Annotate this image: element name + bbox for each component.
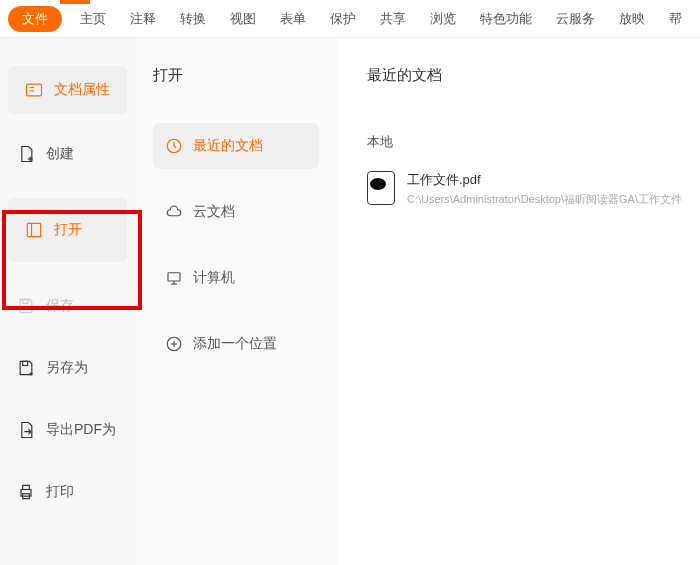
- tab-file[interactable]: 文件: [8, 6, 62, 32]
- menubar: 文件 主页 注释 转换 视图 表单 保护 共享 浏览 特色功能 云服务 放映 帮: [0, 0, 700, 38]
- open-panel-title: 打开: [153, 66, 319, 85]
- open-option-label: 计算机: [193, 269, 235, 287]
- recent-file-item[interactable]: 工作文件.pdf C:\Users\Administrator\Desktop\…: [367, 171, 682, 207]
- plus-icon: [165, 335, 183, 353]
- print-icon: [16, 482, 36, 502]
- tab-features[interactable]: 特色功能: [474, 6, 538, 32]
- tab-cloud[interactable]: 云服务: [550, 6, 601, 32]
- clock-icon: [165, 137, 183, 155]
- tab-help[interactable]: 帮: [663, 6, 688, 32]
- recent-heading: 最近的文档: [367, 66, 682, 85]
- open-option-cloud[interactable]: 云文档: [153, 189, 319, 235]
- properties-icon: [24, 80, 44, 100]
- sidebar-item-saveas[interactable]: 另存为: [0, 344, 135, 392]
- open-option-label: 添加一个位置: [193, 335, 277, 353]
- computer-icon: [165, 269, 183, 287]
- open-option-label: 云文档: [193, 203, 235, 221]
- file-meta: 工作文件.pdf C:\Users\Administrator\Desktop\…: [407, 171, 682, 207]
- sidebar-item-export[interactable]: 导出PDF为: [0, 406, 135, 454]
- cloud-icon: [165, 203, 183, 221]
- open-option-label: 最近的文档: [193, 137, 263, 155]
- sidebar-item-label: 文档属性: [54, 81, 110, 99]
- open-icon: [24, 220, 44, 240]
- open-option-computer[interactable]: 计算机: [153, 255, 319, 301]
- sidebar-item-label: 另存为: [46, 359, 88, 377]
- saveas-icon: [16, 358, 36, 378]
- svg-rect-0: [27, 84, 42, 96]
- tab-form[interactable]: 表单: [274, 6, 312, 32]
- svg-rect-8: [23, 361, 28, 365]
- svg-rect-12: [168, 273, 180, 281]
- file-sidebar: 文档属性 创建 打开 保存 另存为 导出PDF为 打印: [0, 38, 135, 565]
- sidebar-item-open[interactable]: 打开: [8, 198, 127, 262]
- save-icon: [16, 296, 36, 316]
- sidebar-item-properties[interactable]: 文档属性: [8, 66, 127, 114]
- tab-view[interactable]: 视图: [224, 6, 262, 32]
- sidebar-item-label: 导出PDF为: [46, 421, 116, 439]
- sidebar-item-label: 打开: [54, 221, 82, 239]
- create-icon: [16, 144, 36, 164]
- tab-protect[interactable]: 保护: [324, 6, 362, 32]
- open-option-add-location[interactable]: 添加一个位置: [153, 321, 319, 367]
- file-name: 工作文件.pdf: [407, 171, 682, 189]
- svg-rect-5: [27, 223, 40, 236]
- open-option-recent[interactable]: 最近的文档: [153, 123, 319, 169]
- open-panel: 打开 最近的文档 云文档 计算机 添加一个位置: [135, 38, 337, 565]
- accent-bar: [60, 0, 90, 4]
- tab-share[interactable]: 共享: [374, 6, 412, 32]
- sidebar-item-print[interactable]: 打印: [0, 468, 135, 516]
- tab-present[interactable]: 放映: [613, 6, 651, 32]
- file-path: C:\Users\Administrator\Desktop\福昕阅读器GA\工…: [407, 192, 682, 207]
- main: 文档属性 创建 打开 保存 另存为 导出PDF为 打印 打开: [0, 38, 700, 565]
- sidebar-item-label: 保存: [46, 297, 74, 315]
- recent-panel: 最近的文档 本地 工作文件.pdf C:\Users\Administrator…: [337, 38, 700, 565]
- tab-annotate[interactable]: 注释: [124, 6, 162, 32]
- sidebar-item-label: 打印: [46, 483, 74, 501]
- file-thumb-icon: [367, 171, 395, 205]
- sidebar-item-label: 创建: [46, 145, 74, 163]
- sidebar-item-create[interactable]: 创建: [0, 130, 135, 178]
- tab-home[interactable]: 主页: [74, 6, 112, 32]
- tab-convert[interactable]: 转换: [174, 6, 212, 32]
- export-icon: [16, 420, 36, 440]
- svg-rect-7: [23, 299, 28, 303]
- sidebar-item-save: 保存: [0, 282, 135, 330]
- tab-browse[interactable]: 浏览: [424, 6, 462, 32]
- recent-section-label: 本地: [367, 133, 682, 151]
